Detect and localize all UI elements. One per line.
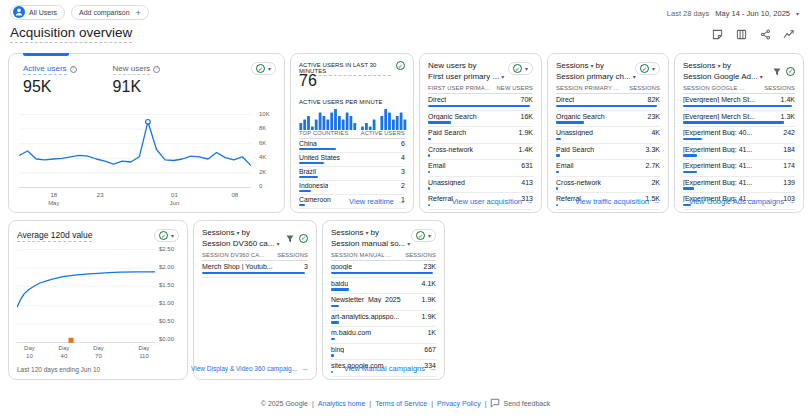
row-value: 242	[783, 129, 795, 136]
chevron-down-icon: ▾	[760, 73, 763, 81]
data-quality-check-icon: ✓	[159, 231, 168, 240]
chevron-down-icon: ▾	[171, 232, 174, 239]
metric-picker[interactable]: Sessions ▾ by	[556, 61, 642, 72]
row-bar	[556, 154, 560, 157]
y-tick: $1.00	[159, 300, 174, 306]
data-quality-menu[interactable]: ✓ ▾	[411, 229, 436, 242]
dimension-picker[interactable]: Session Google Ad... ▾	[683, 72, 777, 83]
chevron-down-icon: ▾	[276, 240, 279, 248]
row-bar	[556, 171, 559, 174]
user-acquisition-card: New users by First user primary ... ▾ ✓ …	[419, 53, 542, 213]
row-value: 2	[401, 182, 405, 189]
table-row: Unassigned4K	[556, 127, 660, 144]
data-quality-menu[interactable]: ✓ ▾	[635, 62, 660, 75]
library-icon[interactable]	[735, 28, 747, 40]
traffic-acquisition-card: Sessions ▾ by Session primary ch... ▾ ✓ …	[547, 53, 669, 213]
y-tick: 2K	[259, 169, 270, 175]
data-quality-menu[interactable]: ✓ ▾	[154, 229, 179, 242]
chevron-down-icon: ▾	[407, 240, 410, 248]
x-tick: Day40	[59, 345, 70, 361]
chevron-down-icon: ▾	[365, 229, 368, 237]
row-value: 4.1K	[422, 280, 436, 287]
arrow-right-icon: →	[428, 364, 436, 373]
table-row: Cross-network2K	[556, 177, 660, 194]
privacy-policy-link[interactable]: Privacy Policy	[437, 400, 481, 407]
data-quality-check-icon[interactable]: ✓	[786, 67, 795, 76]
dimension-picker[interactable]: Session manual so... ▾	[331, 239, 418, 250]
row-bar	[331, 354, 334, 357]
view-google-ads-campaigns-link[interactable]: View Google Ads campaigns→	[689, 197, 795, 206]
table-row: Organic Search16K	[428, 111, 533, 128]
filter-icon[interactable]	[773, 62, 781, 80]
terms-of-service-link[interactable]: Terms of Service	[375, 400, 427, 407]
view-traffic-acquisition-link[interactable]: View traffic acquisition→	[575, 197, 660, 206]
card-header: Sessions ▾ by Session manual so... ▾	[331, 228, 418, 250]
table-row: art-analytics.appspo...1.9K	[331, 311, 436, 328]
row-bar	[683, 105, 792, 108]
chevron-down-icon: ▾	[633, 73, 636, 81]
row-bar	[428, 138, 431, 141]
note-icon[interactable]	[711, 28, 723, 40]
row-bar	[428, 105, 530, 108]
dimension-picker[interactable]: First user primary ... ▾	[428, 72, 515, 83]
table-row: China6	[299, 139, 405, 153]
row-bar	[331, 371, 333, 374]
row-value: 70K	[521, 96, 533, 103]
filter-icon[interactable]	[286, 229, 294, 247]
add-comparison-chip[interactable]: Add comparison +	[71, 5, 149, 20]
row-label: baidu	[331, 280, 348, 287]
metric-picker[interactable]: Sessions ▾ by	[683, 61, 777, 72]
share-icon[interactable]	[759, 28, 771, 40]
row-label: Email	[556, 162, 574, 169]
chevron-down-icon: ▾	[525, 65, 528, 72]
view-manual-campaigns-link[interactable]: View Manual campaigns→	[344, 364, 436, 373]
data-quality-menu[interactable]: ✓ ▾	[251, 62, 276, 75]
y-tick: 8K	[259, 125, 270, 131]
table-row: [Experiment Bug: 40...242	[683, 127, 795, 144]
data-quality-menu[interactable]: ✓ ▾	[508, 62, 533, 75]
acquisition-overview-page: All Users Add comparison + Last 28 days …	[0, 0, 811, 418]
sessions-table: SESSION PRIMARY ... SESSIONS Direct82KOr…	[556, 85, 660, 210]
row-bar	[331, 338, 335, 341]
row-value: 6	[401, 140, 405, 147]
table-row: Organic Search23K	[556, 111, 660, 128]
user-segment-icon	[13, 6, 25, 19]
all-users-label: All Users	[29, 9, 57, 16]
metric-picker[interactable]: Sessions ▾ by	[202, 228, 290, 239]
analytics-home-link[interactable]: Analytics home	[318, 400, 365, 407]
dimension-picker[interactable]: Session primary ch... ▾	[556, 72, 642, 83]
table-row: Indonesia2	[299, 181, 405, 195]
data-quality-check-icon[interactable]: ✓	[396, 61, 405, 70]
date-range-picker[interactable]: Last 28 days May 14 - Jun 10, 2025 ▾	[667, 9, 799, 18]
arrow-right-icon: →	[787, 197, 795, 206]
new-users-value: 91K	[113, 78, 161, 96]
view-realtime-link[interactable]: View realtime→	[349, 197, 405, 206]
page-title: Acquisition overview	[10, 25, 132, 40]
separator: |	[312, 400, 314, 407]
row-label: Cross-network	[556, 179, 601, 186]
row-value: 1.9K	[519, 129, 533, 136]
dimension-picker[interactable]: Session DV360 ca... ▾	[202, 239, 290, 250]
y-tick: $1.50	[159, 282, 174, 288]
tab-active-users[interactable]: Active users ? 95K	[23, 64, 77, 96]
row-label: google	[331, 263, 352, 270]
row-bar	[331, 321, 339, 324]
column-header-dimension: SESSION PRIMARY ...	[556, 85, 619, 91]
send-feedback-button[interactable]: Send feedback	[490, 398, 550, 408]
info-icon[interactable]: ?	[153, 66, 160, 73]
row-label: Organic Search	[556, 113, 605, 120]
row-label: m.baidu.com	[331, 329, 371, 336]
info-icon[interactable]: ?	[70, 66, 77, 73]
metric-picker[interactable]: Sessions ▾ by	[331, 228, 418, 239]
card-header: Sessions ▾ by Session primary ch... ▾	[556, 61, 642, 83]
all-users-chip[interactable]: All Users	[10, 5, 65, 20]
row-value: 184	[783, 146, 795, 153]
table-row: m.baidu.com1K	[331, 327, 436, 344]
row-bar	[299, 204, 305, 206]
view-dv360-campaigns-link[interactable]: View Display & Video 360 campaig...→	[191, 364, 308, 373]
realtime-users-value: 76	[299, 72, 317, 90]
view-user-acquisition-link[interactable]: View user acquisition→	[452, 197, 533, 206]
tab-new-users[interactable]: New users ? 91K	[113, 64, 161, 96]
data-quality-check-icon[interactable]: ✓	[299, 234, 308, 243]
insights-icon[interactable]	[783, 28, 795, 40]
